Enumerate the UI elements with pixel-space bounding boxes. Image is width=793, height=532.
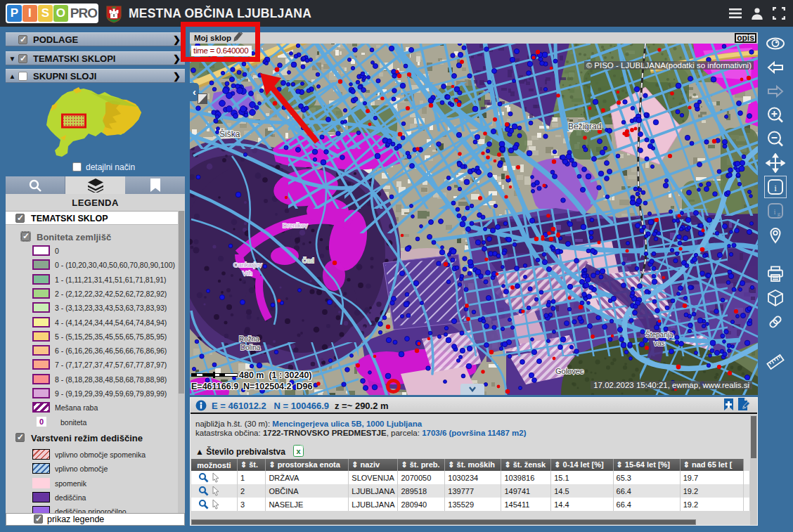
svg-text:Golovec: Golovec	[555, 367, 584, 375]
svg-text:Štepanja: Štepanja	[645, 330, 673, 339]
svg-text:x: x	[296, 447, 301, 455]
svg-text:Drenikov: Drenikov	[283, 222, 308, 229]
svg-text:vas: vas	[654, 339, 665, 347]
svg-text:Čad: Čad	[302, 257, 314, 264]
svg-text:Bežigrad: Bežigrad	[568, 122, 601, 131]
svg-text:Šiška: Šiška	[219, 129, 240, 139]
svg-text:Dolina: Dolina	[240, 344, 261, 351]
svg-text:i: i	[774, 183, 777, 193]
svg-text:Cankarjev: Cankarjev	[233, 261, 262, 268]
svg-text:g: g	[778, 210, 781, 217]
svg-text:Vrh: Vrh	[243, 270, 252, 277]
svg-text:i: i	[773, 207, 775, 216]
svg-text:Rožna: Rožna	[239, 335, 259, 343]
